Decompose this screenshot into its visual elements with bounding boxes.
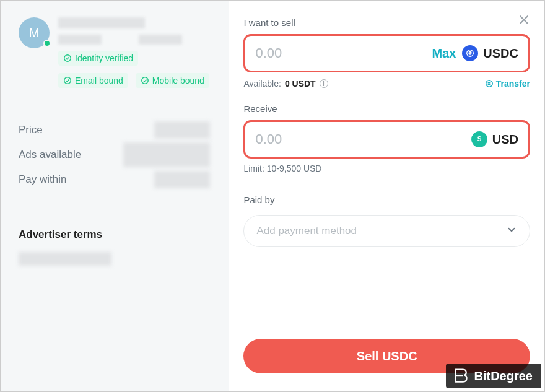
profile-row: M Identity verified Email bound [19, 17, 210, 88]
verification-badges: Identity verified Email bound Mobile bou… [58, 51, 210, 88]
detail-row-price: Price [19, 118, 210, 142]
badge-email-bound: Email bound [58, 73, 128, 88]
sell-currency: USDC [462, 45, 518, 61]
sell-amount-box[interactable]: Max USDC [243, 34, 530, 72]
badge-identity-verified: Identity verified [58, 51, 138, 66]
info-icon[interactable]: i [320, 79, 328, 88]
bitdegree-logo-icon [452, 367, 469, 385]
available-prefix: Available: [243, 79, 281, 89]
transfer-icon [485, 79, 494, 88]
advertiser-panel: M Identity verified Email bound [0, 0, 229, 392]
close-icon [518, 14, 530, 26]
redacted-stat [139, 35, 182, 45]
svg-text:S: S [477, 136, 481, 142]
chevron-down-icon [506, 224, 517, 238]
sell-label: I want to sell [243, 17, 530, 28]
badge-label: Mobile bound [152, 76, 204, 85]
close-button[interactable] [517, 12, 531, 27]
badge-label: Identity verified [75, 53, 133, 63]
usd-icon: S [471, 131, 487, 147]
detail-row-ads: Ads available [19, 142, 210, 167]
sell-amount-input[interactable] [255, 45, 425, 61]
watermark: BitDegree [446, 364, 541, 388]
currency-label: USD [492, 133, 518, 147]
receive-currency: S USD [471, 131, 518, 147]
transfer-label: Transfer [496, 79, 530, 89]
redacted-stats-row [58, 35, 210, 45]
redacted-value [154, 121, 210, 139]
badge-mobile-bound: Mobile bound [136, 73, 209, 88]
advertiser-details: Price Ads available Pay within [19, 118, 210, 192]
advertiser-terms-heading: Advertiser terms [19, 229, 210, 241]
detail-label: Pay within [19, 173, 66, 186]
detail-row-pay-within: Pay within [19, 167, 210, 192]
redacted-name [58, 17, 145, 28]
available-text: Available: 0 USDT i [243, 79, 328, 89]
limit-text: Limit: 10-9,500 USD [243, 163, 530, 173]
transfer-link[interactable]: Transfer [485, 79, 530, 89]
payment-method-select[interactable]: Add payment method [243, 215, 530, 247]
advertiser-terms-section: Advertiser terms [19, 229, 210, 266]
svg-point-4 [486, 81, 493, 87]
check-circle-icon [63, 76, 72, 85]
payment-method-placeholder: Add payment method [256, 225, 357, 237]
redacted-stat [58, 35, 102, 45]
profile-body: Identity verified Email bound Mobile bou… [58, 17, 210, 88]
receive-amount-box[interactable]: S USD [243, 120, 530, 159]
available-row: Available: 0 USDT i Transfer [243, 79, 530, 89]
check-circle-icon [63, 54, 72, 63]
avatar-wrap: M [19, 17, 50, 48]
presence-indicator [43, 40, 51, 47]
badge-label: Email bound [75, 76, 123, 85]
currency-label: USDC [483, 46, 518, 61]
order-form: I want to sell Max USDC Available: 0 USD… [229, 0, 545, 392]
receive-label: Receive [243, 103, 530, 114]
receive-amount-input[interactable] [255, 131, 464, 147]
redacted-terms [19, 252, 111, 266]
watermark-text: BitDegree [474, 369, 533, 383]
paid-by-label: Paid by [243, 194, 530, 205]
max-button[interactable]: Max [432, 46, 456, 61]
redacted-value [154, 171, 210, 188]
available-value: 0 USDT [285, 79, 316, 89]
detail-label: Ads available [19, 149, 81, 161]
redacted-value [123, 142, 210, 167]
usdc-icon [462, 45, 478, 61]
check-circle-icon [141, 76, 149, 85]
divider [19, 211, 210, 211]
detail-label: Price [19, 124, 43, 136]
